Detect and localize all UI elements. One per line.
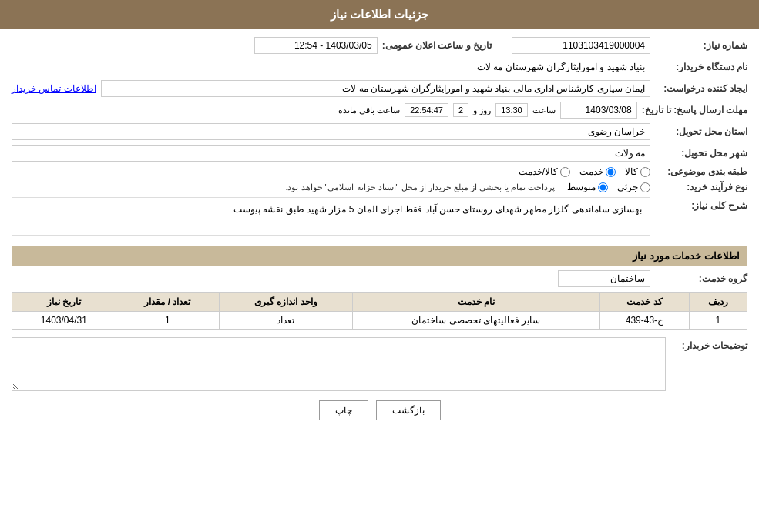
contact-link[interactable]: اطلاعات تماس خریدار (12, 83, 96, 94)
row-unit: تعداد (220, 312, 352, 330)
date-value: 1403/03/05 - 12:54 (254, 37, 378, 54)
category-row: طبقه بندی موضوعی: کالا خدمت کالا/خدمت (12, 166, 747, 177)
service-group-label: گروه خدمت: (655, 273, 747, 284)
delivery-province-value: خراسان رضوی (12, 123, 650, 140)
col-row: ردیف (689, 293, 747, 312)
purchase-type-small: جزئی (617, 182, 650, 192)
table-row: 1 ج-43-439 سایر فعالیتهای تخصصی ساختمان … (12, 312, 747, 330)
purchase-note: پرداخت تمام یا بخشی از مبلغ خریدار از مح… (285, 182, 555, 192)
delivery-city-value: مه ولات (12, 145, 650, 162)
col-qty: تعداد / مقدار (116, 293, 220, 312)
purchase-type-medium-label: متوسط (567, 182, 596, 192)
category-option-service: خدمت (579, 166, 616, 177)
date-label: تاریخ و ساعت اعلان عمومی: (382, 40, 492, 51)
services-table: ردیف کد خدمت نام خدمت واحد اندازه گیری ت… (12, 292, 747, 330)
reply-time-label: ساعت (532, 105, 556, 115)
category-goods-label: کالا (625, 166, 638, 177)
reply-remaining: 22:54:47 (405, 103, 448, 117)
col-code: کد خدمت (599, 293, 689, 312)
creator-label: ایجاد کننده درخواست: (655, 83, 747, 94)
buyer-name-value: بنیاد شهید و امورایثارگران شهرستان مه لا… (12, 59, 650, 75)
delivery-province-label: استان محل تحویل: (655, 126, 747, 137)
category-option-both: کالا/خدمت (519, 166, 570, 177)
reply-deadline-label: مهلت ارسال پاسخ: تا تاریخ: (642, 105, 747, 115)
description-value: بهسازی ساماندهی گلزار مطهر شهدای روستای … (233, 204, 642, 215)
category-label: طبقه بندی موضوعی: (655, 166, 747, 177)
reply-date: 1403/03/08 (560, 102, 637, 119)
purchase-type-radio-small[interactable] (640, 182, 650, 192)
creator-row: ایجاد کننده درخواست: ایمان سیاری کارشناس… (12, 80, 747, 97)
category-radio-service[interactable] (606, 167, 616, 177)
row-index: 1 (689, 312, 747, 330)
service-group-value: ساختمان (558, 270, 650, 287)
back-button[interactable]: بازگشت (376, 400, 441, 420)
delivery-city-label: شهر محل تحویل: (655, 148, 747, 159)
category-both-label: کالا/خدمت (519, 166, 558, 177)
row-date: 1403/04/31 (12, 312, 116, 330)
buyer-name-row: نام دستگاه خریدار: بنیاد شهید و امورایثا… (12, 59, 747, 75)
purchase-type-radio-group: جزئی متوسط (567, 182, 650, 192)
reply-days: 2 (453, 103, 468, 117)
service-group-row: گروه خدمت: ساختمان (12, 270, 747, 287)
col-date: تاریخ نیاز (12, 293, 116, 312)
purchase-type-medium: متوسط (567, 182, 608, 192)
need-number-label: شماره نیاز: (655, 40, 747, 51)
delivery-province-row: استان محل تحویل: خراسان رضوی (12, 123, 747, 140)
col-unit: واحد اندازه گیری (220, 293, 352, 312)
row-code: ج-43-439 (599, 312, 689, 330)
delivery-city-row: شهر محل تحویل: مه ولات (12, 145, 747, 162)
category-radio-group: کالا خدمت کالا/خدمت (519, 166, 650, 177)
purchase-type-row: نوع فرآیند خرید: جزئی متوسط پرداخت تمام … (12, 182, 747, 192)
col-name: نام خدمت (352, 293, 599, 312)
page-wrapper: جزئیات اطلاعات نیاز شماره نیاز: 11031034… (0, 0, 759, 532)
purchase-type-radio-medium[interactable] (598, 182, 608, 192)
category-option-goods: کالا (625, 166, 650, 177)
services-section-title: اطلاعات خدمات مورد نیاز (12, 246, 747, 266)
reply-days-label: روز و (473, 105, 491, 115)
page-header: جزئیات اطلاعات نیاز (0, 0, 759, 29)
need-number-value: 1103103419000004 (512, 37, 650, 54)
purchase-type-label: نوع فرآیند خرید: (655, 182, 747, 192)
reply-time: 13:30 (495, 103, 528, 117)
creator-value: ایمان سیاری کارشناس اداری مالی بنیاد شهی… (101, 80, 650, 97)
need-number-row: شماره نیاز: 1103103419000004 تاریخ و ساع… (12, 37, 747, 54)
reply-remaining-label: ساعت باقی مانده (338, 105, 400, 115)
buyer-comments-textarea[interactable] (12, 337, 666, 391)
buttons-row: بازگشت چاپ (12, 400, 747, 420)
row-qty: 1 (116, 312, 220, 330)
row-service-name: سایر فعالیتهای تخصصی ساختمان (352, 312, 599, 330)
category-radio-both[interactable] (560, 167, 570, 177)
category-radio-goods[interactable] (640, 167, 650, 177)
description-label: شرح کلی نیاز: (655, 200, 747, 211)
description-section: شرح کلی نیاز: بهسازی ساماندهی گلزار مطهر… (12, 197, 747, 240)
buyer-comments-label: توضیحات خریدار: (670, 340, 747, 351)
purchase-type-small-label: جزئی (617, 182, 638, 192)
buyer-comments-section: توضیحات خریدار: (12, 337, 747, 391)
category-service-label: خدمت (579, 166, 603, 177)
buyer-name-label: نام دستگاه خریدار: (655, 62, 747, 72)
reply-deadline-row: مهلت ارسال پاسخ: تا تاریخ: 1403/03/08 سا… (12, 102, 747, 119)
description-box: بهسازی ساماندهی گلزار مطهر شهدای روستای … (12, 197, 650, 236)
main-content: شماره نیاز: 1103103419000004 تاریخ و ساع… (0, 29, 759, 437)
print-button[interactable]: چاپ (319, 400, 368, 420)
page-title: جزئیات اطلاعات نیاز (331, 8, 428, 21)
